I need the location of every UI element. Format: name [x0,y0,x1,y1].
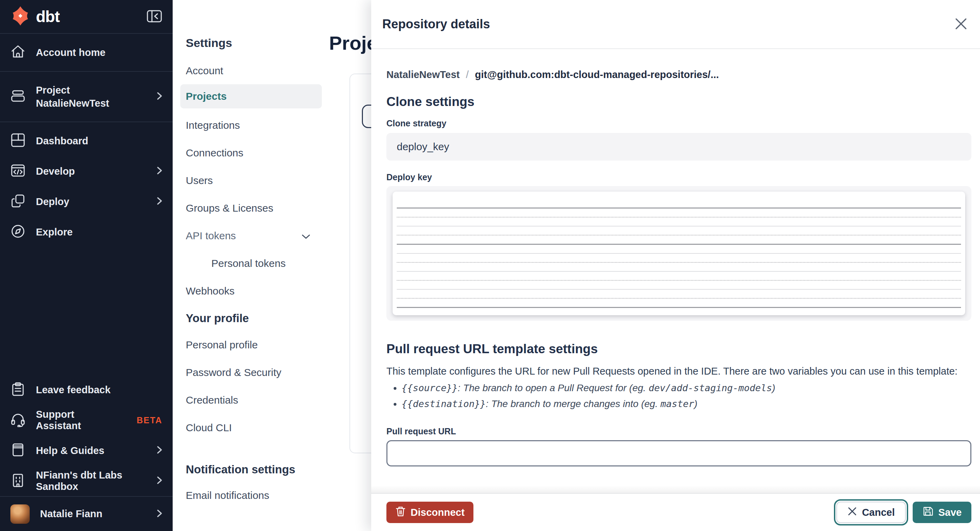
settings-nav-cloud-cli[interactable]: Cloud CLI [173,420,335,436]
sidebar-item-label: NFiann's dbt Labs Sandbox [36,469,146,492]
settings-nav-email-notifications[interactable]: Email notifications [173,488,335,503]
drawer-header: Repository details [371,0,980,49]
project-name: NatalieNewTest [36,97,109,110]
sidebar-item-label: Deploy [36,196,69,208]
settings-nav-connections[interactable]: Connections [173,145,335,161]
close-button[interactable] [952,14,970,34]
settings-nav-users[interactable]: Users [173,173,335,189]
breadcrumb-project: NatalieNewTest [387,69,460,80]
sidebar-item-explore[interactable]: Explore [0,217,173,247]
pull-request-url-input[interactable] [387,440,971,466]
breadcrumb-repository: git@github.com:dbt-cloud-managed-reposit… [475,69,719,80]
drawer-title: Repository details [382,17,490,32]
repository-details-drawer: Repository details NatalieNewTest / git@… [371,0,980,531]
brand-word: dbt [36,7,60,26]
sidebar-item-label: Explore [36,226,73,238]
sidebar-item-sandbox-account[interactable]: NFiann's dbt Labs Sandbox [0,466,173,496]
sidebar-bottom: Leave feedback Support Assistant BETA [0,375,173,496]
dbt-logo[interactable]: dbt [10,6,60,27]
disconnect-label: Disconnect [410,507,465,518]
cancel-x-icon [847,507,857,518]
sidebar-item-account-home[interactable]: Account home [0,34,173,72]
settings-nav-personal-profile[interactable]: Personal profile [173,337,335,353]
sidebar-item-label: Account home [36,47,105,58]
settings-nav-webhooks[interactable]: Webhooks [173,283,335,299]
clone-strategy-label: Clone strategy [387,118,971,129]
clone-strategy-input[interactable]: deploy_key [387,133,971,161]
sidebar-item-label: Develop [36,166,75,177]
settings-nav-label: API tokens [186,230,236,242]
settings-nav-groups-licenses[interactable]: Groups & Licenses [173,200,335,216]
settings-nav-account[interactable]: Account [173,63,335,79]
sidebar-item-label: Help & Guides [36,445,104,456]
deploy-key-field[interactable] [387,186,971,321]
dbt-logo-icon [10,6,30,27]
collapse-sidebar-icon [146,10,162,24]
home-icon [10,44,25,61]
settings-nav-password-security[interactable]: Password & Security [173,365,335,380]
sidebar-item-leave-feedback[interactable]: Leave feedback [0,375,173,405]
save-icon [922,506,933,519]
settings-nav: Settings Account Projects Integrations C… [173,0,371,531]
settings-nav-credentials[interactable]: Credentials [173,392,335,408]
sidebar-menu: Dashboard Develop [0,122,173,247]
disconnect-button[interactable]: Disconnect [387,502,473,523]
chevron-right-icon [157,446,162,455]
settings-nav-projects[interactable]: Projects [180,84,322,108]
drawer-footer: Disconnect Cancel [371,493,980,531]
deploy-key-redacted-value [393,192,965,315]
sidebar-item-develop[interactable]: Develop [0,156,173,186]
chevron-right-icon [157,197,162,207]
clone-settings-heading: Clone settings [387,94,971,110]
sidebar-item-deploy[interactable]: Deploy [0,186,173,217]
avatar [10,504,30,524]
chevron-right-icon [157,92,162,102]
trash-icon [395,506,406,519]
pull-request-url-label: Pull request URL [387,426,971,437]
deploy-key-label: Deploy key [387,172,971,183]
sidebar-item-help-guides[interactable]: Help & Guides [0,436,173,466]
headset-icon [10,412,25,428]
settings-nav-integrations[interactable]: Integrations [173,118,335,133]
your-profile-heading: Your profile [173,311,371,326]
sidebar-item-support-assistant[interactable]: Support Assistant BETA [0,405,173,436]
cancel-button[interactable]: Cancel [836,502,906,523]
pr-variable-destination: {{destination}}: The branch to merge cha… [402,396,971,412]
breadcrumb-separator: / [466,69,469,80]
settings-heading: Settings [173,35,371,51]
chevron-right-icon [157,509,162,519]
feedback-clipboard-icon [10,382,25,398]
beta-badge: BETA [137,415,162,425]
cancel-label: Cancel [862,507,895,518]
sidebar-item-project[interactable]: Project NatalieNewTest [0,72,173,122]
breadcrumb: NatalieNewTest / git@github.com:dbt-clou… [387,69,971,80]
notification-settings-heading: Notification settings [173,462,371,477]
drawer-body: NatalieNewTest / git@github.com:dbt-clou… [371,50,980,493]
pr-template-variables: {{source}}: The branch to open a Pull Re… [387,380,971,412]
sidebar: dbt Account home [0,0,173,531]
project-icon [10,88,25,105]
deploy-icon [10,193,25,210]
chevron-right-icon [157,476,162,486]
settings-nav-personal-tokens[interactable]: Personal tokens [173,256,335,271]
save-label: Save [938,507,962,518]
explore-icon [10,224,25,240]
develop-icon [10,163,25,180]
app: dbt Account home [0,0,980,531]
pr-variable-source: {{source}}: The branch to open a Pull Re… [402,380,971,396]
collapse-sidebar-button[interactable] [146,10,162,24]
sidebar-item-dashboard[interactable]: Dashboard [0,126,173,156]
book-icon [10,442,25,459]
dashboard-icon [10,133,25,149]
building-icon [10,473,25,489]
clone-strategy-value: deploy_key [397,141,449,153]
save-button[interactable]: Save [913,502,971,523]
sidebar-header: dbt [0,0,173,34]
sidebar-item-label: Leave feedback [36,384,110,396]
sidebar-user-menu[interactable]: Natalie Fiann [0,496,173,531]
close-icon [955,17,967,32]
settings-nav-api-tokens[interactable]: API tokens [173,228,335,244]
sidebar-item-label: Dashboard [36,135,88,147]
pr-template-description: This template configures the URL for new… [387,364,971,378]
user-name: Natalie Fiann [40,508,103,520]
